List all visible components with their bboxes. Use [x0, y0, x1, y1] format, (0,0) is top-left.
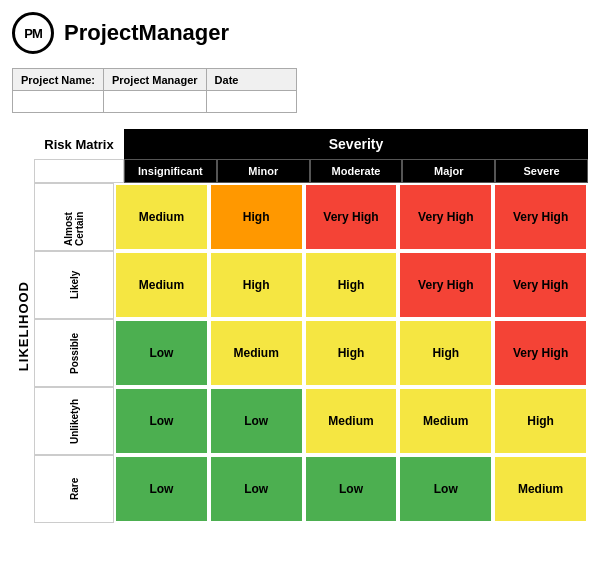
matrix-row: Almost CertainMediumHighVery HighVery Hi… — [34, 183, 588, 251]
matrix-cell: High — [209, 183, 304, 251]
matrix-cell: High — [304, 319, 399, 387]
row-label: Rare — [34, 455, 114, 523]
matrix-cell: Very High — [304, 183, 399, 251]
row-label: Unliketyh — [34, 387, 114, 455]
matrix-cell: Medium — [209, 319, 304, 387]
matrix-cell: Medium — [304, 387, 399, 455]
likelihood-label: Likelihood — [16, 281, 31, 371]
matrix-cell: Medium — [398, 387, 493, 455]
matrix-container: Risk Matrix Severity InsignificantMinorM… — [34, 129, 588, 523]
matrix-cell: Medium — [114, 251, 209, 319]
row-label: Almost Certain — [34, 183, 114, 251]
row-label: Possible — [34, 319, 114, 387]
matrix-row: RareLowLowLowLowMedium — [34, 455, 588, 523]
matrix-cell: High — [398, 319, 493, 387]
col-header: Moderate — [310, 159, 403, 183]
matrix-row: UnliketyhLowLowMediumMediumHigh — [34, 387, 588, 455]
severity-title: Severity — [124, 129, 588, 159]
matrix-cell: Very High — [398, 251, 493, 319]
matrix-cell: Very High — [493, 183, 588, 251]
col-header: Major — [402, 159, 495, 183]
matrix-cell: Low — [398, 455, 493, 523]
app-title: ProjectManager — [64, 20, 229, 46]
col-headers-row: InsignificantMinorModerateMajorSevere — [34, 159, 588, 183]
matrix-cell: Low — [114, 387, 209, 455]
matrix-cell: Low — [304, 455, 399, 523]
meta-fields: Project Name:Project ManagerDate — [12, 68, 588, 113]
matrix-cell: Very High — [398, 183, 493, 251]
matrix-cell: Low — [114, 455, 209, 523]
col-header: Minor — [217, 159, 310, 183]
row-label: Likely — [34, 251, 114, 319]
matrix-cell: Medium — [493, 455, 588, 523]
matrix-cell: Medium — [114, 183, 209, 251]
matrix-row: LikelyMediumHighHighVery HighVery High — [34, 251, 588, 319]
col-headers: InsignificantMinorModerateMajorSevere — [124, 159, 588, 183]
col-header: Severe — [495, 159, 588, 183]
matrix-cell: High — [209, 251, 304, 319]
matrix-cell: Low — [209, 387, 304, 455]
meta-value[interactable] — [103, 91, 206, 113]
likelihood-axis: Likelihood — [12, 129, 34, 523]
meta-label: Date — [206, 69, 296, 91]
risk-matrix-section: Likelihood Risk Matrix Severity Insignif… — [12, 129, 588, 523]
meta-value[interactable] — [206, 91, 296, 113]
col-header: Insignificant — [124, 159, 217, 183]
matrix-cell: High — [304, 251, 399, 319]
app-header: PM ProjectManager — [12, 12, 588, 54]
matrix-cell: Very High — [493, 319, 588, 387]
meta-label: Project Manager — [103, 69, 206, 91]
matrix-cell: Low — [114, 319, 209, 387]
risk-matrix-label: Risk Matrix — [34, 129, 124, 159]
matrix-body: Almost CertainMediumHighVery HighVery Hi… — [34, 183, 588, 523]
matrix-row: PossibleLowMediumHighHighVery High — [34, 319, 588, 387]
matrix-cell: Low — [209, 455, 304, 523]
matrix-cell: Very High — [493, 251, 588, 319]
col-header-blank — [34, 159, 124, 183]
meta-label: Project Name: — [13, 69, 104, 91]
meta-value[interactable] — [13, 91, 104, 113]
matrix-cell: High — [493, 387, 588, 455]
app-logo: PM — [12, 12, 54, 54]
